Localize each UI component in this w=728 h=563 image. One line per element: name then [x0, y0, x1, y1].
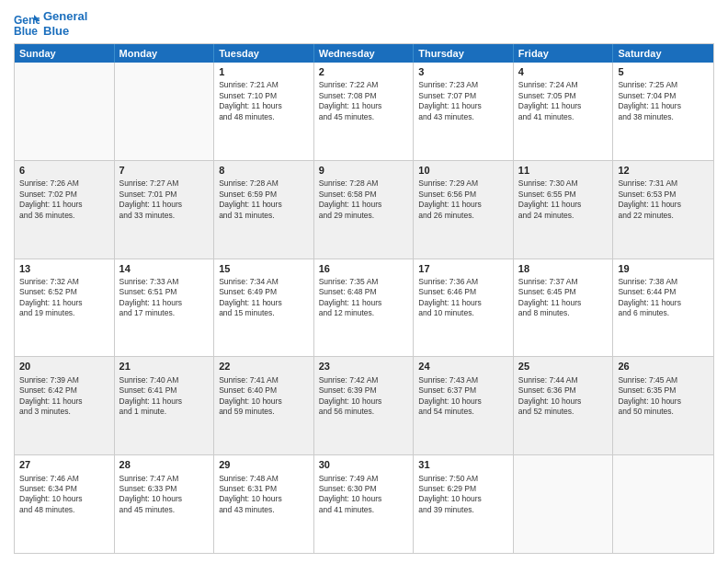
- day-detail: Sunrise: 7:22 AMSunset: 7:08 PMDaylight:…: [319, 80, 409, 122]
- day-detail: Sunrise: 7:50 AMSunset: 6:29 PMDaylight:…: [418, 474, 508, 516]
- day-number: 18: [518, 262, 609, 275]
- calendar-row: 1Sunrise: 7:21 AMSunset: 7:10 PMDaylight…: [15, 63, 713, 160]
- day-detail: Sunrise: 7:32 AMSunset: 6:52 PMDaylight:…: [19, 277, 109, 319]
- calendar-cell: 18Sunrise: 7:37 AMSunset: 6:45 PMDayligh…: [514, 259, 614, 357]
- calendar-cell: 22Sunrise: 7:41 AMSunset: 6:40 PMDayligh…: [214, 357, 314, 454]
- day-number: 29: [219, 458, 309, 471]
- day-number: 21: [119, 360, 210, 373]
- day-detail: Sunrise: 7:46 AMSunset: 6:34 PMDaylight:…: [19, 474, 109, 516]
- day-detail: Sunrise: 7:34 AMSunset: 6:49 PMDaylight:…: [219, 277, 309, 319]
- day-detail: Sunrise: 7:45 AMSunset: 6:35 PMDaylight:…: [618, 375, 709, 418]
- day-number: 13: [19, 262, 109, 275]
- day-detail: Sunrise: 7:38 AMSunset: 6:44 PMDaylight:…: [618, 277, 709, 319]
- day-number: 1: [219, 65, 309, 78]
- day-number: 12: [618, 164, 709, 177]
- calendar-cell: 28Sunrise: 7:47 AMSunset: 6:33 PMDayligh…: [115, 455, 215, 553]
- calendar-cell: 8Sunrise: 7:28 AMSunset: 6:59 PMDaylight…: [214, 161, 314, 259]
- calendar-header-day: Monday: [115, 44, 215, 63]
- day-detail: Sunrise: 7:40 AMSunset: 6:41 PMDaylight:…: [119, 375, 210, 418]
- day-detail: Sunrise: 7:37 AMSunset: 6:45 PMDaylight:…: [518, 277, 609, 319]
- day-detail: Sunrise: 7:33 AMSunset: 6:51 PMDaylight:…: [119, 277, 210, 319]
- day-detail: Sunrise: 7:31 AMSunset: 6:53 PMDaylight:…: [618, 178, 709, 221]
- calendar-cell: 15Sunrise: 7:34 AMSunset: 6:49 PMDayligh…: [214, 259, 314, 357]
- day-detail: Sunrise: 7:39 AMSunset: 6:42 PMDaylight:…: [19, 375, 109, 418]
- calendar-cell: 9Sunrise: 7:28 AMSunset: 6:58 PMDaylight…: [314, 161, 415, 259]
- calendar-cell: 25Sunrise: 7:44 AMSunset: 6:36 PMDayligh…: [514, 357, 614, 454]
- day-detail: Sunrise: 7:48 AMSunset: 6:31 PMDaylight:…: [219, 474, 309, 516]
- calendar-cell: 30Sunrise: 7:49 AMSunset: 6:30 PMDayligh…: [314, 455, 415, 553]
- day-detail: Sunrise: 7:24 AMSunset: 7:05 PMDaylight:…: [518, 80, 609, 122]
- day-detail: Sunrise: 7:29 AMSunset: 6:56 PMDaylight:…: [418, 178, 508, 221]
- day-number: 8: [219, 164, 309, 177]
- svg-text:Blue: Blue: [14, 25, 38, 37]
- day-detail: Sunrise: 7:35 AMSunset: 6:48 PMDaylight:…: [319, 277, 409, 319]
- day-detail: Sunrise: 7:47 AMSunset: 6:33 PMDaylight:…: [119, 474, 210, 516]
- calendar-cell: 2Sunrise: 7:22 AMSunset: 7:08 PMDaylight…: [314, 63, 415, 160]
- calendar-cell: 23Sunrise: 7:42 AMSunset: 6:39 PMDayligh…: [314, 357, 415, 454]
- logo: General Blue General Blue: [14, 9, 87, 38]
- day-number: 25: [518, 360, 609, 373]
- day-number: 24: [418, 360, 508, 373]
- calendar-cell: 31Sunrise: 7:50 AMSunset: 6:29 PMDayligh…: [414, 455, 514, 553]
- calendar-cell: 13Sunrise: 7:32 AMSunset: 6:52 PMDayligh…: [15, 259, 115, 357]
- day-number: 9: [319, 164, 409, 177]
- day-detail: Sunrise: 7:28 AMSunset: 6:58 PMDaylight:…: [319, 178, 409, 221]
- day-number: 17: [418, 262, 508, 275]
- day-number: 20: [19, 360, 109, 373]
- logo-text: General Blue: [43, 9, 87, 38]
- day-number: 11: [518, 164, 609, 177]
- day-number: 15: [219, 262, 309, 275]
- calendar-header-day: Tuesday: [214, 44, 314, 63]
- calendar-cell: [514, 455, 614, 553]
- header: General Blue General Blue: [14, 9, 714, 38]
- calendar-cell: 3Sunrise: 7:23 AMSunset: 7:07 PMDaylight…: [414, 63, 514, 160]
- calendar: SundayMondayTuesdayWednesdayThursdayFrid…: [14, 43, 714, 554]
- calendar-header-day: Friday: [514, 44, 614, 63]
- calendar-cell: [613, 455, 713, 553]
- calendar-cell: 17Sunrise: 7:36 AMSunset: 6:46 PMDayligh…: [414, 259, 514, 357]
- calendar-header-day: Thursday: [414, 44, 514, 63]
- day-number: 23: [319, 360, 409, 373]
- day-number: 27: [19, 458, 109, 471]
- calendar-cell: 20Sunrise: 7:39 AMSunset: 6:42 PMDayligh…: [15, 357, 115, 454]
- calendar-body: 1Sunrise: 7:21 AMSunset: 7:10 PMDaylight…: [15, 63, 713, 553]
- day-number: 10: [418, 164, 508, 177]
- calendar-header-day: Wednesday: [314, 44, 415, 63]
- calendar-cell: 11Sunrise: 7:30 AMSunset: 6:55 PMDayligh…: [514, 161, 614, 259]
- day-number: 31: [418, 458, 508, 471]
- calendar-cell: 6Sunrise: 7:26 AMSunset: 7:02 PMDaylight…: [15, 161, 115, 259]
- calendar-row: 13Sunrise: 7:32 AMSunset: 6:52 PMDayligh…: [15, 259, 713, 357]
- page: General Blue General Blue SundayMondayTu…: [0, 0, 728, 563]
- calendar-header-day: Saturday: [613, 44, 713, 63]
- day-detail: Sunrise: 7:28 AMSunset: 6:59 PMDaylight:…: [219, 178, 309, 221]
- calendar-row: 20Sunrise: 7:39 AMSunset: 6:42 PMDayligh…: [15, 356, 713, 454]
- calendar-cell: [115, 63, 215, 160]
- day-number: 30: [319, 458, 409, 471]
- day-number: 28: [119, 458, 210, 471]
- logo-icon: General Blue: [14, 11, 40, 37]
- calendar-cell: 16Sunrise: 7:35 AMSunset: 6:48 PMDayligh…: [314, 259, 415, 357]
- day-detail: Sunrise: 7:36 AMSunset: 6:46 PMDaylight:…: [418, 277, 508, 319]
- calendar-cell: 4Sunrise: 7:24 AMSunset: 7:05 PMDaylight…: [514, 63, 614, 160]
- day-number: 2: [319, 65, 409, 78]
- day-number: 22: [219, 360, 309, 373]
- day-detail: Sunrise: 7:42 AMSunset: 6:39 PMDaylight:…: [319, 375, 409, 418]
- day-number: 16: [319, 262, 409, 275]
- calendar-header: SundayMondayTuesdayWednesdayThursdayFrid…: [15, 44, 713, 63]
- day-number: 26: [618, 360, 709, 373]
- calendar-cell: 12Sunrise: 7:31 AMSunset: 6:53 PMDayligh…: [613, 161, 713, 259]
- day-number: 6: [19, 164, 109, 177]
- day-detail: Sunrise: 7:25 AMSunset: 7:04 PMDaylight:…: [618, 80, 709, 122]
- calendar-cell: 14Sunrise: 7:33 AMSunset: 6:51 PMDayligh…: [115, 259, 215, 357]
- day-detail: Sunrise: 7:30 AMSunset: 6:55 PMDaylight:…: [518, 178, 609, 221]
- calendar-cell: 7Sunrise: 7:27 AMSunset: 7:01 PMDaylight…: [115, 161, 215, 259]
- day-detail: Sunrise: 7:26 AMSunset: 7:02 PMDaylight:…: [19, 178, 109, 221]
- calendar-cell: [15, 63, 115, 160]
- day-detail: Sunrise: 7:44 AMSunset: 6:36 PMDaylight:…: [518, 375, 609, 418]
- calendar-cell: 26Sunrise: 7:45 AMSunset: 6:35 PMDayligh…: [613, 357, 713, 454]
- calendar-cell: 5Sunrise: 7:25 AMSunset: 7:04 PMDaylight…: [613, 63, 713, 160]
- calendar-cell: 29Sunrise: 7:48 AMSunset: 6:31 PMDayligh…: [214, 455, 314, 553]
- day-number: 7: [119, 164, 210, 177]
- calendar-row: 27Sunrise: 7:46 AMSunset: 6:34 PMDayligh…: [15, 454, 713, 553]
- day-detail: Sunrise: 7:27 AMSunset: 7:01 PMDaylight:…: [119, 178, 210, 221]
